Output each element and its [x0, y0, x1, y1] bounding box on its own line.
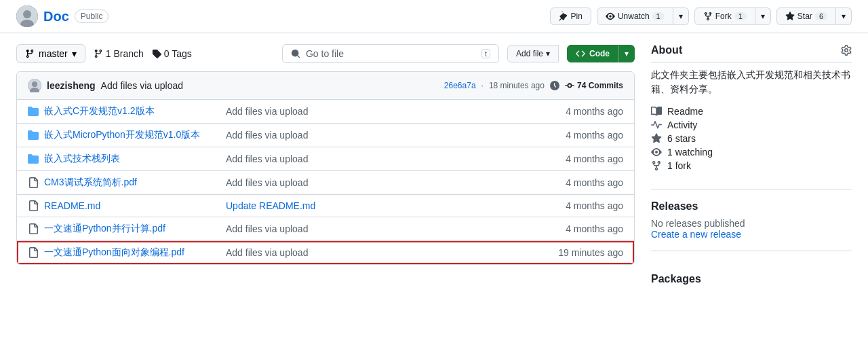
code-button[interactable]: Code [567, 45, 618, 62]
commits-link[interactable]: 74 Commits [565, 81, 623, 90]
file-commit-msg: Add files via upload [226, 106, 560, 117]
top-bar-left: Doc Public [16, 5, 108, 27]
file-row: README.md Update README.md 4 months ago [17, 195, 634, 217]
branch-name: master [39, 48, 68, 59]
star-dropdown[interactable]: ▾ [836, 7, 852, 25]
file-time: 4 months ago [566, 153, 623, 164]
add-file-button[interactable]: Add file ▾ [507, 45, 559, 62]
file-icon [28, 177, 39, 188]
branch-bar: master ▾ 1 Branch 0 Tags Go to file t Ad… [16, 44, 635, 63]
file-commit-msg: Add files via upload [226, 130, 560, 141]
repo-title[interactable]: Doc [43, 9, 69, 24]
star-count: 6 [815, 12, 827, 20]
about-section: About 此文件夹主要包括嵌入式开发规范和相关技术书籍、资料分享。 Readm… [651, 44, 852, 172]
file-row-highlighted: 一文速通Python面向对象编程.pdf Add files via uploa… [17, 241, 634, 264]
file-time: 4 months ago [566, 130, 623, 141]
file-row: 嵌入式技术栈列表 Add files via upload 4 months a… [17, 147, 634, 171]
file-name: 一文速通Python并行计算.pdf [44, 223, 220, 235]
page-content: master ▾ 1 Branch 0 Tags Go to file t Ad… [0, 33, 868, 296]
code-btn-group: Code ▾ [567, 45, 635, 62]
folder-icon [28, 106, 39, 117]
readme-link[interactable]: Readme [651, 105, 852, 118]
file-time: 4 months ago [566, 200, 623, 211]
eye-icon [651, 147, 662, 158]
file-name: 嵌入式MicroPython开发规范v1.0版本 [44, 129, 220, 141]
top-bar: Doc Public Pin Unwatch 1 ▾ Fork 1 ▾ [0, 0, 868, 33]
file-commit-msg: Add files via upload [226, 247, 553, 258]
goto-file-search[interactable]: Go to file t [282, 44, 499, 63]
stars-link[interactable]: 6 stars [651, 132, 852, 145]
unwatch-dropdown[interactable]: ▾ [673, 7, 689, 25]
folder-icon [28, 153, 39, 164]
fork-label[interactable]: 1 fork [667, 160, 691, 171]
pin-btn-group: Pin [550, 7, 591, 25]
unwatch-label: Unwatch [618, 12, 650, 21]
branch-chevron-icon: ▾ [72, 48, 77, 59]
file-time: 4 months ago [566, 223, 623, 234]
branch-count[interactable]: 1 Branch [94, 48, 144, 59]
file-row: 嵌入式MicroPython开发规范v1.0版本 Add files via u… [17, 124, 634, 147]
svg-point-4 [32, 81, 37, 87]
packages-section: Packages [651, 251, 852, 285]
stars-label[interactable]: 6 stars [667, 133, 696, 144]
file-time: 19 minutes ago [558, 247, 623, 258]
book-icon [651, 106, 662, 117]
watching-label[interactable]: 1 watching [667, 147, 713, 158]
file-commit-msg: Add files via upload [226, 177, 560, 188]
about-title: About [651, 44, 682, 56]
file-commit-msg: Add files via upload [226, 153, 560, 164]
fork-label: Fork [715, 12, 732, 21]
file-time: 4 months ago [566, 177, 623, 188]
public-badge: Public [75, 10, 109, 23]
gear-icon[interactable] [841, 45, 852, 56]
star-btn-group: Star 6 ▾ [776, 7, 852, 25]
unwatch-button[interactable]: Unwatch 1 [597, 7, 673, 25]
readme-label[interactable]: Readme [667, 106, 703, 117]
file-time: 4 months ago [566, 106, 623, 117]
watching-link[interactable]: 1 watching [651, 145, 852, 159]
fork-link[interactable]: 1 fork [651, 159, 852, 172]
file-name: README.md [44, 200, 220, 211]
search-shortcut: t [481, 49, 490, 58]
file-row: CM3调试系统简析.pdf Add files via upload 4 mon… [17, 171, 634, 195]
file-name: 一文速通Python面向对象编程.pdf [44, 246, 220, 259]
about-header: About [651, 44, 852, 62]
fork-dropdown[interactable]: ▾ [755, 7, 771, 25]
tag-count[interactable]: 0 Tags [152, 48, 192, 59]
activity-label[interactable]: Activity [667, 120, 697, 130]
file-icon [28, 223, 39, 234]
branch-selector[interactable]: master ▾ [16, 44, 85, 63]
sidebar: About 此文件夹主要包括嵌入式开发规范和相关技术书籍、资料分享。 Readm… [651, 44, 852, 285]
star-button[interactable]: Star 6 [776, 7, 836, 25]
commit-meta: 26e6a7a · 18 minutes ago 74 Commits [444, 81, 623, 90]
add-file-group: Add file ▾ [507, 45, 559, 62]
file-commit-msg: Add files via upload [226, 223, 560, 234]
code-dropdown[interactable]: ▾ [618, 45, 635, 62]
no-releases-text: No releases published [651, 218, 852, 229]
file-name: 嵌入式技术栈列表 [44, 153, 220, 165]
packages-title: Packages [651, 273, 852, 285]
file-name: 嵌入式C开发规范v1.2版本 [44, 105, 220, 117]
add-file-chevron: ▾ [546, 49, 550, 58]
clock-icon [550, 81, 559, 90]
commit-hash[interactable]: 26e6a7a [444, 81, 476, 90]
create-release-link[interactable]: Create a new release [651, 229, 741, 240]
main-panel: master ▾ 1 Branch 0 Tags Go to file t Ad… [16, 44, 635, 285]
file-icon [28, 247, 39, 258]
star-icon [651, 133, 662, 144]
file-row: 一文速通Python并行计算.pdf Add files via upload … [17, 217, 634, 241]
pin-button[interactable]: Pin [550, 7, 591, 25]
commits-count: 74 Commits [577, 81, 623, 90]
file-table: leezisheng Add files via upload 26e6a7a … [16, 71, 635, 265]
releases-section: Releases No releases published Create a … [651, 189, 852, 240]
top-bar-actions: Pin Unwatch 1 ▾ Fork 1 ▾ Star 6 [550, 7, 852, 25]
activity-link[interactable]: Activity [651, 118, 852, 132]
fork-button[interactable]: Fork 1 [694, 7, 755, 25]
svg-point-1 [23, 10, 31, 18]
star-label: Star [797, 12, 812, 21]
user-avatar [16, 5, 38, 27]
folder-icon [28, 130, 39, 141]
commit-author[interactable]: leezisheng [47, 80, 96, 91]
commit-author-avatar [28, 79, 41, 92]
about-description: 此文件夹主要包括嵌入式开发规范和相关技术书籍、资料分享。 [651, 68, 852, 96]
